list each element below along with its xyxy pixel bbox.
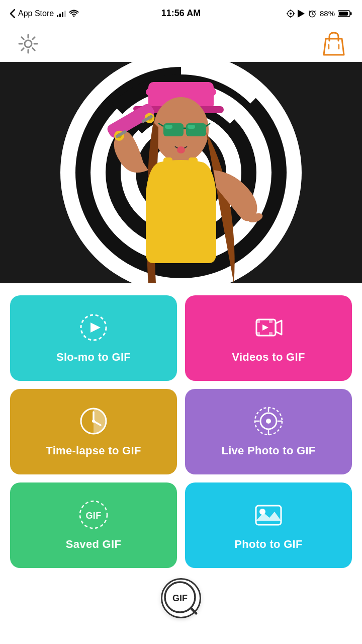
- gif-search-button[interactable]: GIF: [161, 578, 201, 618]
- svg-rect-47: [163, 157, 172, 173]
- svg-rect-48: [189, 157, 198, 173]
- settings-button[interactable]: [12, 28, 44, 61]
- time-display: 11:56 AM: [161, 8, 201, 19]
- battery-icon: [338, 10, 352, 18]
- feature-grid: Slo-mo to GIF Videos to GIF: [0, 283, 362, 578]
- gif-search-icon: GIF: [163, 580, 199, 616]
- battery-percent: 88%: [320, 9, 335, 18]
- slomo-to-gif-button[interactable]: Slo-mo to GIF: [10, 295, 177, 381]
- phototogif-label: Photo to GIF: [234, 538, 303, 551]
- svg-line-22: [33, 37, 35, 39]
- svg-line-82: [191, 608, 196, 613]
- photo-to-gif-button[interactable]: Photo to GIF: [185, 482, 352, 568]
- play-circle-dotted-icon: [78, 312, 109, 343]
- svg-point-71: [266, 419, 271, 424]
- timelapse-to-gif-button[interactable]: Time-lapse to GIF: [10, 389, 177, 474]
- shopping-bag-button[interactable]: [318, 27, 350, 62]
- svg-line-11: [314, 11, 315, 12]
- status-right: 88%: [287, 9, 352, 18]
- livephoto-label: Live Photo to GIF: [221, 444, 315, 457]
- shopping-bag-icon: [322, 31, 346, 57]
- back-arrow-icon: [10, 9, 15, 18]
- svg-rect-13: [350, 12, 352, 15]
- videos-label: Videos to GIF: [232, 351, 305, 364]
- svg-line-21: [33, 48, 35, 50]
- svg-line-20: [22, 37, 24, 39]
- status-bar: App Store 11:56 AM: [0, 0, 362, 27]
- signal-icon: [57, 10, 66, 17]
- target-dotted-icon: [253, 406, 284, 436]
- location-icon: [287, 10, 295, 18]
- svg-rect-61: [256, 332, 260, 336]
- svg-marker-6: [298, 10, 305, 18]
- savedgif-label: Saved GIF: [66, 538, 121, 551]
- gif-dashed-icon: GIF: [78, 500, 109, 530]
- carrier-label: App Store: [18, 9, 54, 18]
- svg-rect-60: [256, 319, 260, 323]
- status-left: App Store: [10, 9, 79, 18]
- person-svg: [75, 62, 287, 283]
- svg-text:GIF: GIF: [172, 593, 188, 603]
- svg-rect-78: [256, 506, 281, 525]
- navigation-icon: [298, 10, 305, 18]
- svg-rect-63: [269, 332, 273, 336]
- svg-rect-45: [188, 125, 195, 129]
- svg-line-9: [312, 14, 313, 15]
- hero-person: [0, 62, 362, 283]
- svg-point-15: [25, 40, 32, 47]
- app-header: [0, 27, 362, 62]
- hero-image: [0, 62, 362, 283]
- slomo-label: Slo-mo to GIF: [56, 351, 131, 364]
- svg-point-5: [290, 13, 292, 15]
- videos-to-gif-button[interactable]: Videos to GIF: [185, 295, 352, 381]
- svg-point-68: [92, 420, 95, 423]
- gear-icon: [16, 32, 40, 56]
- svg-line-10: [309, 11, 310, 12]
- svg-line-23: [22, 48, 24, 50]
- timelapse-label: Time-lapse to GIF: [46, 444, 141, 457]
- clock-half-icon: [78, 406, 109, 436]
- svg-rect-44: [165, 125, 172, 129]
- wifi-icon: [69, 10, 79, 18]
- live-photo-to-gif-button[interactable]: Live Photo to GIF: [185, 389, 352, 474]
- saved-gif-button[interactable]: GIF Saved GIF: [10, 482, 177, 568]
- svg-rect-14: [339, 12, 348, 16]
- svg-marker-58: [90, 323, 101, 333]
- bottom-bar: GIF: [0, 578, 362, 623]
- svg-marker-64: [262, 325, 268, 331]
- video-play-icon: [253, 312, 284, 343]
- svg-rect-62: [269, 319, 273, 323]
- photo-mountain-icon: [253, 500, 284, 530]
- svg-text:GIF: GIF: [86, 511, 102, 521]
- alarm-icon: [308, 9, 317, 18]
- svg-point-46: [177, 146, 185, 153]
